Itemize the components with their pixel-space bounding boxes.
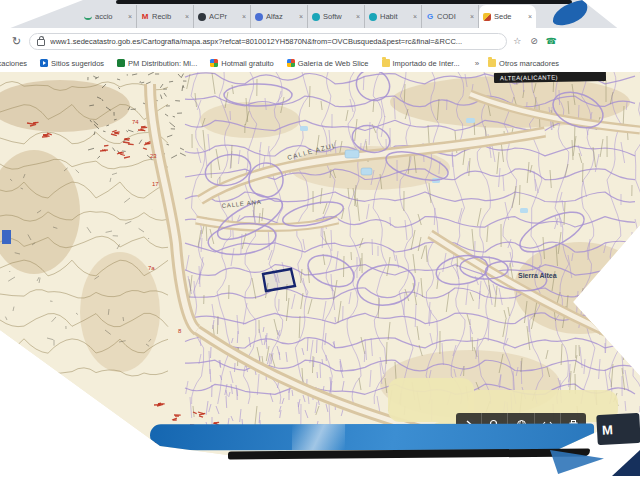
bookmark-label: Sitios sugeridos — [51, 59, 104, 68]
bookmark-sitios-sugeridos[interactable]: Sitios sugeridos — [40, 59, 104, 68]
folder-icon — [488, 59, 496, 67]
bookmark-label: Hotmail gratuito — [221, 59, 274, 68]
tab-codi[interactable]: G CODI × — [422, 5, 479, 28]
bookmark-label: Importado de Inter... — [393, 59, 460, 68]
tab-favicon-teal-icon — [369, 13, 377, 21]
svg-text:ALTEA(ALICANTE): ALTEA(ALICANTE) — [500, 74, 558, 81]
bookmark-label: Aplicaciones — [0, 59, 27, 68]
tab-label: CODI — [437, 12, 467, 21]
tab-softw[interactable]: Softw × — [308, 5, 365, 28]
tab-label: Softw — [323, 12, 353, 21]
folder-icon — [382, 59, 390, 67]
tab-close-icon[interactable]: × — [356, 13, 360, 20]
window-top-edge — [116, 0, 572, 4]
tab-label: Alfaz — [266, 12, 296, 21]
catastro-favicon-icon — [483, 13, 491, 21]
tab-label: Habit — [380, 12, 410, 21]
svg-text:74: 74 — [132, 119, 139, 125]
windows-squares-icon — [210, 59, 218, 67]
bookmark-otros-marcadores[interactable]: Otros marcadores — [488, 59, 559, 68]
tab-favicon-leaf-icon — [84, 13, 92, 20]
browser-window: accio × M Recib × ACPr × Alfaz × — [0, 0, 640, 458]
pm-distribution-icon — [117, 59, 125, 67]
svg-text:17: 17 — [152, 181, 159, 187]
cadastral-map[interactable]: 74 23 17 7a 8 CALLE AZUL CALLE ANA Sierr… — [0, 72, 640, 458]
extension-phone-icon[interactable]: ☎ — [546, 36, 557, 46]
tab-favicon-teal-icon — [312, 13, 320, 21]
tab-label: ACPr — [209, 12, 239, 21]
bookmark-label: PM Distribution: Mi... — [128, 59, 197, 68]
lock-icon — [37, 39, 45, 46]
tab-strip: accio × M Recib × ACPr × Alfaz × — [0, 0, 640, 28]
url-text[interactable]: www1.sedecatastro.gob.es/Cartografia/map… — [50, 37, 499, 46]
tab-close-icon[interactable]: × — [299, 13, 303, 20]
pool — [466, 118, 475, 123]
tab-close-icon[interactable]: × — [128, 13, 132, 20]
tab-recibidos[interactable]: M Recib × — [137, 5, 194, 28]
extension-blocked-icon[interactable]: ⊘ — [530, 36, 538, 46]
google-g-icon: G — [426, 13, 434, 21]
gmail-icon: M — [141, 13, 149, 21]
tab-label: Recib — [152, 12, 182, 21]
bookmark-label: Galería de Web Slice — [298, 59, 369, 68]
tab-alfaz[interactable]: Alfaz × — [251, 5, 308, 28]
bookmark-label: Otros marcadores — [499, 59, 559, 68]
pool — [345, 150, 359, 158]
tab-sede-active[interactable]: Sede × — [479, 5, 536, 28]
bookmarks-overflow-icon[interactable]: » — [475, 59, 479, 68]
tab-close-icon[interactable]: × — [413, 13, 417, 20]
tab-habit[interactable]: Habit × — [365, 5, 422, 28]
tab-acpr[interactable]: ACPr × — [194, 5, 251, 28]
m-logo-badge: M — [596, 413, 640, 445]
area-label-sierra-altea: Sierra Altea — [518, 272, 557, 279]
windows-squares-icon — [287, 59, 295, 67]
bookmark-hotmail[interactable]: Hotmail gratuito — [210, 59, 274, 68]
cadastral-map-viewport[interactable]: 74 23 17 7a 8 CALLE AZUL CALLE ANA Sierr… — [0, 72, 640, 458]
tab-accio[interactable]: accio × — [80, 5, 137, 28]
tab-favicon-dark-icon — [198, 13, 206, 21]
bookmark-web-slice[interactable]: Galería de Web Slice — [287, 59, 369, 68]
selected-parcel[interactable] — [263, 269, 295, 291]
tab-close-icon[interactable]: × — [242, 13, 246, 20]
photo-blue-band — [150, 424, 594, 451]
svg-text:7a: 7a — [148, 265, 155, 271]
photo-navy-wedge — [612, 450, 640, 476]
tab-favicon-blue-icon — [255, 13, 263, 21]
omnibox[interactable]: www1.sedecatastro.gob.es/Cartografia/map… — [29, 33, 507, 50]
tab-label: accio — [95, 12, 125, 21]
address-bar-row: ↻ www1.sedecatastro.gob.es/Cartografia/m… — [0, 28, 640, 55]
svg-text:23: 23 — [150, 153, 157, 159]
tab-label: Sede — [494, 12, 525, 21]
pool — [520, 208, 528, 213]
bookmark-aplicaciones[interactable]: Aplicaciones — [0, 59, 27, 68]
pool — [361, 168, 372, 175]
bookmark-importado[interactable]: Importado de Inter... — [382, 59, 460, 68]
bookmarks-bar: Aplicaciones Sitios sugeridos PM Distrib… — [0, 54, 640, 73]
bookmark-star-icon[interactable]: ☆ — [513, 36, 521, 46]
tab-close-icon[interactable]: × — [185, 13, 189, 20]
tab-close-icon[interactable]: × — [470, 13, 474, 20]
map-edge-marker — [2, 230, 11, 244]
warped-screenshot-photo: accio × M Recib × ACPr × Alfaz × — [0, 0, 640, 480]
pool — [300, 126, 308, 131]
bookmark-pm-distribution[interactable]: PM Distribution: Mi... — [117, 59, 197, 68]
reload-icon[interactable]: ↻ — [12, 35, 21, 48]
tab-close-icon[interactable]: × — [528, 13, 532, 20]
m-logo-letter: M — [602, 422, 614, 438]
suggested-sites-icon — [40, 59, 48, 67]
